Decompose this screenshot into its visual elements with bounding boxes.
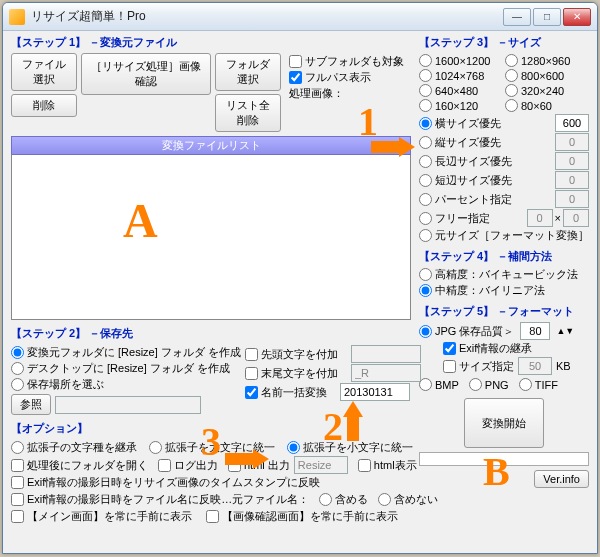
size-1024x768[interactable]: 1024×768 — [419, 69, 503, 82]
include-radio[interactable]: 含める — [319, 492, 368, 507]
size-spec-checkbox[interactable]: サイズ指定 — [443, 359, 514, 374]
bilinear-radio[interactable]: 中精度：バイリニア法 — [419, 283, 589, 298]
version-button[interactable]: Ver.info — [534, 470, 589, 488]
browse-button[interactable]: 参照 — [11, 394, 51, 415]
size-640x480[interactable]: 640×480 — [419, 84, 503, 97]
step2-title: 【ステップ 2】 －保存先 — [11, 326, 411, 341]
step1-group: 【ステップ 1】 －変換元ファイル ファイル選択 削除 ［リサイズ処理］画像確認… — [11, 35, 411, 320]
size-320x240[interactable]: 320×240 — [505, 84, 589, 97]
height-priority-radio[interactable]: 縦サイズ優先 — [419, 135, 501, 150]
jpg-quality-input[interactable] — [520, 322, 550, 340]
png-radio[interactable]: PNG — [469, 378, 509, 391]
folder-select-button[interactable]: フォルダ選択 — [215, 53, 281, 91]
log-checkbox[interactable]: ログ出力 — [158, 458, 218, 473]
long-side-input[interactable] — [555, 152, 589, 170]
width-priority-radio[interactable]: 横サイズ優先 — [419, 116, 501, 131]
convert-start-button[interactable]: 変換開始 — [464, 398, 544, 448]
jpg-radio[interactable]: JPG 保存品質＞ — [419, 324, 514, 339]
html-show-checkbox[interactable]: html表示 — [358, 458, 417, 473]
open-folder-checkbox[interactable]: 処理後にフォルダを開く — [11, 458, 148, 473]
rename-input[interactable] — [340, 383, 410, 401]
titlebar[interactable]: リサイズ超簡単！Pro ― □ ✕ — [3, 3, 597, 31]
save-loc-resize-folder[interactable]: 変換元フォルダに [Resize] フォルダ を作成 — [11, 345, 241, 360]
ext-upper-radio[interactable]: 拡張子を大文字に統一 — [149, 440, 275, 455]
resize-preview-button[interactable]: ［リサイズ処理］画像確認 — [81, 53, 211, 95]
html-out-checkbox[interactable]: html 出力 — [228, 458, 290, 473]
bicubic-radio[interactable]: 高精度：バイキュービック法 — [419, 267, 589, 282]
suffix-input[interactable] — [351, 364, 421, 382]
save-loc-choose[interactable]: 保存場所を選ぶ — [11, 377, 241, 392]
file-list-header: 変換ファイルリスト — [11, 136, 411, 155]
step1-title: 【ステップ 1】 －変換元ファイル — [11, 35, 411, 50]
percent-radio[interactable]: パーセント指定 — [419, 192, 512, 207]
free-size-radio[interactable]: フリー指定 — [419, 211, 490, 226]
prefix-input[interactable] — [351, 345, 421, 363]
subfolder-checkbox[interactable]: サブフォルダも対象 — [289, 54, 404, 69]
minimize-button[interactable]: ― — [503, 8, 531, 26]
delete-button[interactable]: 削除 — [11, 94, 77, 117]
maximize-button[interactable]: □ — [533, 8, 561, 26]
suffix-checkbox[interactable]: 末尾文字を付加 — [245, 364, 421, 382]
size-1600x1200[interactable]: 1600×1200 — [419, 54, 503, 67]
size-800x600[interactable]: 800×600 — [505, 69, 589, 82]
exclude-radio[interactable]: 含めない — [378, 492, 438, 507]
ext-inherit-radio[interactable]: 拡張子の文字種を継承 — [11, 440, 137, 455]
width-priority-input[interactable] — [555, 114, 589, 132]
step2-group: 【ステップ 2】 －保存先 変換元フォルダに [Resize] フォルダ を作成… — [11, 326, 411, 415]
step4-group: 【ステップ 4】 －補間方法 高精度：バイキュービック法 中精度：バイリニア法 — [419, 249, 589, 298]
exif-filename-checkbox[interactable]: Exif情報の撮影日時をファイル名に反映…元ファイル名： — [11, 492, 309, 507]
window-title: リサイズ超簡単！Pro — [31, 8, 503, 25]
bmp-radio[interactable]: BMP — [419, 378, 459, 391]
size-80x60[interactable]: 80×60 — [505, 99, 589, 112]
app-window: リサイズ超簡単！Pro ― □ ✕ 【ステップ 1】 －変換元ファイル ファイル… — [2, 2, 598, 554]
short-side-radio[interactable]: 短辺サイズ優先 — [419, 173, 512, 188]
fullpath-checkbox[interactable]: フルパス表示 — [289, 70, 404, 85]
long-side-radio[interactable]: 長辺サイズ優先 — [419, 154, 512, 169]
rename-checkbox[interactable]: 名前一括変換 — [245, 383, 421, 401]
exif-timestamp-checkbox[interactable]: Exif情報の撮影日時をリサイズ画像のタイムスタンプに反映 — [11, 475, 411, 490]
ext-lower-radio[interactable]: 拡張子を小文字に統一 — [287, 440, 413, 455]
free-width-input[interactable] — [527, 209, 553, 227]
options-title: 【オプション】 — [11, 421, 411, 436]
progress-bar — [419, 452, 589, 466]
save-path-input[interactable] — [55, 396, 201, 414]
options-group: 【オプション】 拡張子の文字種を継承 拡張子を大文字に統一 拡張子を小文字に統一… — [11, 421, 411, 525]
proc-image-label: 処理画像： — [289, 86, 404, 101]
size-1280x960[interactable]: 1280×960 — [505, 54, 589, 67]
preview-always-top-checkbox[interactable]: 【画像確認画面】を常に手前に表示 — [206, 509, 398, 524]
main-always-top-checkbox[interactable]: 【メイン画面】を常に手前に表示 — [11, 509, 192, 524]
app-icon — [9, 9, 25, 25]
height-priority-input[interactable] — [555, 133, 589, 151]
step3-group: 【ステップ 3】 －サイズ 1600×1200 1280×960 1024×76… — [419, 35, 589, 243]
file-select-button[interactable]: ファイル選択 — [11, 53, 77, 91]
step5-title: 【ステップ 5】 －フォーマット — [419, 304, 589, 319]
close-button[interactable]: ✕ — [563, 8, 591, 26]
delete-all-button[interactable]: リスト全削除 — [215, 94, 281, 132]
short-side-input[interactable] — [555, 171, 589, 189]
prefix-checkbox[interactable]: 先頭文字を付加 — [245, 345, 421, 363]
step5-group: 【ステップ 5】 －フォーマット JPG 保存品質＞▲▼ Exif情報の継承 サ… — [419, 304, 589, 466]
file-list[interactable] — [11, 155, 411, 320]
size-spec-input[interactable] — [518, 357, 552, 375]
tiff-radio[interactable]: TIFF — [519, 378, 558, 391]
free-height-input[interactable] — [563, 209, 589, 227]
original-size-radio[interactable]: 元サイズ［フォーマット変換］ — [419, 228, 589, 243]
percent-input[interactable] — [555, 190, 589, 208]
step4-title: 【ステップ 4】 －補間方法 — [419, 249, 589, 264]
save-loc-desktop[interactable]: デスクトップに [Resize] フォルダ を作成 — [11, 361, 241, 376]
html-name-input[interactable] — [294, 456, 348, 474]
exif-inherit-checkbox[interactable]: Exif情報の継承 — [443, 341, 589, 356]
size-160x120[interactable]: 160×120 — [419, 99, 503, 112]
step3-title: 【ステップ 3】 －サイズ — [419, 35, 589, 50]
